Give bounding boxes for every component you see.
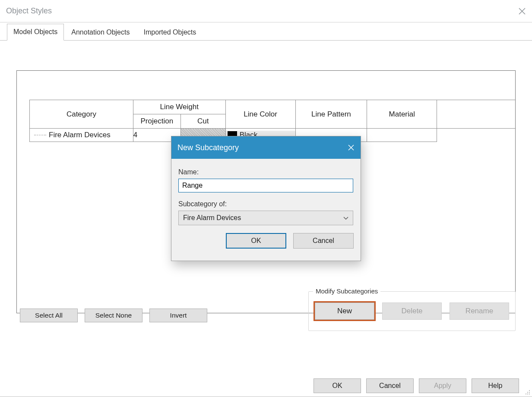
rename-subcategory-button: Rename <box>450 302 509 320</box>
col-line-weight: Line Weight <box>133 100 225 114</box>
select-all-button[interactable]: Select All <box>20 309 78 322</box>
subcategory-of-label: Subcategory of: <box>178 200 354 208</box>
invert-button[interactable]: Invert <box>149 309 207 322</box>
tab-model-objects[interactable]: Model Objects <box>7 24 64 41</box>
new-subcategory-dialog: New Subcategory Name: Subcategory of: Fi… <box>171 136 361 261</box>
svg-point-0 <box>526 394 526 394</box>
svg-point-3 <box>527 392 528 393</box>
svg-point-2 <box>529 394 530 394</box>
chevron-down-icon <box>343 214 348 222</box>
svg-point-5 <box>529 390 530 391</box>
modal-cancel-button[interactable]: Cancel <box>293 233 354 249</box>
tree-leader-icon <box>34 135 46 135</box>
window-title: Object Styles <box>6 6 52 16</box>
modal-body: Name: Subcategory of: Fire Alarm Devices <box>171 159 361 225</box>
col-category: Category <box>30 100 133 129</box>
modal-title: New Subcategory <box>177 143 239 152</box>
col-spacer <box>437 100 516 129</box>
subcategory-of-select[interactable]: Fire Alarm Devices <box>178 211 353 225</box>
new-subcategory-button[interactable]: New <box>315 302 374 320</box>
col-material: Material <box>367 100 437 129</box>
close-icon[interactable] <box>348 144 355 151</box>
subcategory-of-value: Fire Alarm Devices <box>183 214 241 222</box>
select-none-button[interactable]: Select None <box>85 309 142 322</box>
selection-buttons: Select All Select None Invert <box>20 309 207 322</box>
col-line-pattern: Line Pattern <box>295 100 367 129</box>
help-button[interactable]: Help <box>472 378 519 393</box>
ok-button[interactable]: OK <box>314 378 361 393</box>
cell-material[interactable] <box>367 129 437 142</box>
dialog-buttons: OK Cancel Apply Help <box>314 378 519 393</box>
delete-subcategory-button: Delete <box>382 302 442 320</box>
titlebar: Object Styles <box>0 0 532 22</box>
tabstrip: Model Objects Annotation Objects Importe… <box>0 22 532 41</box>
col-projection: Projection <box>133 114 180 129</box>
close-icon[interactable] <box>518 7 526 15</box>
tab-annotation-objects[interactable]: Annotation Objects <box>65 24 136 41</box>
modal-titlebar: New Subcategory <box>171 136 361 159</box>
col-line-color: Line Color <box>225 100 295 129</box>
category-name: Fire Alarm Devices <box>49 131 111 139</box>
name-label: Name: <box>178 168 354 176</box>
apply-button: Apply <box>419 378 466 393</box>
modal-buttons: OK Cancel <box>171 225 361 249</box>
cancel-button[interactable]: Cancel <box>366 378 414 393</box>
svg-point-4 <box>529 392 530 393</box>
name-input[interactable] <box>178 179 353 192</box>
cell-spacer <box>437 129 516 142</box>
modal-ok-button[interactable]: OK <box>226 233 286 249</box>
cell-category[interactable]: Fire Alarm Devices <box>30 129 133 142</box>
resize-grip-icon[interactable] <box>523 388 530 395</box>
modify-subcategories-group: Modify Subcategories New Delete Rename <box>308 291 516 331</box>
svg-point-1 <box>527 394 528 394</box>
tab-imported-objects[interactable]: Imported Objects <box>137 24 203 41</box>
modify-subcategories-label: Modify Subcategories <box>313 287 380 295</box>
col-cut: Cut <box>180 114 225 129</box>
